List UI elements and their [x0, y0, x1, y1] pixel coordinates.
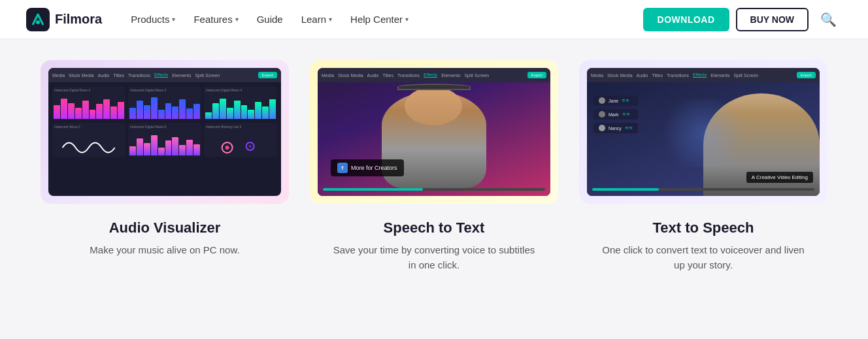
viz-grid: Iridescent Digital Wave 2 — [48, 82, 281, 161]
card-1-title: Audio Visualizer — [109, 219, 221, 236]
card-3-desc: One click to convert text to voiceover a… — [599, 243, 808, 272]
svg-rect-0 — [26, 8, 50, 31]
card-2-title: Speech to Text — [384, 219, 485, 236]
filmora-mockup-1: Media Stock Media Audio Titles Transitio… — [48, 68, 281, 196]
toolbar-item: Stock Media — [338, 73, 363, 78]
text-icon: T — [341, 166, 344, 170]
main-content: Media Stock Media Audio Titles Transitio… — [0, 39, 868, 299]
tts-view: Jane ≋≋ Mark ≋≋ Nancy ≋≋ — [587, 82, 820, 196]
toolbar-item: Audio — [637, 73, 648, 78]
toolbar-item: Stock Media — [69, 73, 94, 78]
card-text-to-speech: Media Stock Media Audio Titles Transitio… — [579, 60, 827, 272]
chevron-down-icon: ▾ — [235, 16, 239, 23]
toolbar-item-active: Effects — [424, 73, 437, 78]
mockup-toolbar-3: Media Stock Media Audio Titles Transitio… — [587, 68, 820, 82]
export-btn: Export — [258, 72, 277, 78]
toolbar-item: Elements — [710, 73, 729, 78]
tts-caption: A Creative Video Editing — [746, 172, 813, 183]
viz-bars — [205, 96, 276, 119]
card-speech-to-text: Media Stock Media Audio Titles Transitio… — [310, 60, 558, 272]
tts-wave-icon: ≋≋ — [622, 98, 629, 103]
mockup-toolbar-2: Media Stock Media Audio Titles Transitio… — [318, 68, 550, 82]
nav-item-products[interactable]: Products ▾ — [123, 8, 183, 30]
card-1-desc: Make your music alive on PC now. — [90, 243, 239, 258]
toolbar-item: Transitions — [128, 73, 150, 78]
chevron-down-icon: ▾ — [172, 16, 175, 23]
svg-point-3 — [225, 146, 229, 150]
nav-item-features[interactable]: Features ▾ — [186, 8, 246, 30]
toolbar-item: Elements — [172, 73, 191, 78]
viz-bars — [129, 96, 200, 119]
stt-icon: T — [337, 163, 348, 173]
viz-cell: Iridescent Digital Wave 6 — [128, 123, 201, 157]
viz-bars — [129, 133, 200, 155]
chevron-down-icon: ▾ — [329, 16, 332, 23]
download-button[interactable]: DOWNLOAD — [643, 8, 729, 31]
viz-bars — [54, 96, 124, 119]
tts-avatar-jane — [599, 97, 605, 104]
camera-view: T More for Creators — [318, 82, 550, 196]
logo-link[interactable]: Filmora — [26, 8, 102, 31]
toolbar-item: Audio — [367, 73, 379, 78]
tts-wave-icon: ≋≋ — [625, 125, 633, 131]
filmora-logo-icon — [26, 8, 50, 31]
nav-item-guide[interactable]: Guide — [249, 8, 291, 30]
nav-items: Products ▾ Features ▾ Guide Learn ▾ Help… — [123, 8, 643, 30]
toolbar-item: Titles — [114, 73, 124, 78]
toolbar-item: Media — [52, 73, 65, 78]
timeline-progress — [323, 188, 423, 191]
toolbar-item: Stock Media — [607, 73, 633, 78]
toolbar-item: Split Screen — [464, 73, 489, 78]
nav-item-learn[interactable]: Learn ▾ — [293, 8, 340, 30]
timeline-bar-2 — [323, 188, 545, 191]
mockup-toolbar-1: Media Stock Media Audio Titles Transitio… — [48, 68, 281, 82]
nav-actions: DOWNLOAD BUY NOW 🔍 — [643, 7, 842, 33]
toolbar-item: Audio — [98, 73, 110, 78]
tts-voice-nancy: Nancy ≋≋ — [593, 123, 638, 133]
toolbar-item: Split Screen — [195, 73, 220, 78]
nav-item-helpcenter[interactable]: Help Center ▾ — [342, 8, 416, 30]
filmora-mockup-3: Media Stock Media Audio Titles Transitio… — [587, 68, 820, 196]
card-audio-visualizer: Media Stock Media Audio Titles Transitio… — [41, 60, 289, 272]
toolbar-item: Split Screen — [733, 73, 758, 78]
viz-cell: Iridescent Digital Wave 4 — [204, 86, 277, 120]
tts-wave-icon: ≋≋ — [622, 112, 630, 117]
toolbar-item: Media — [322, 73, 334, 78]
timeline-bar-3 — [592, 188, 814, 191]
tts-ui-overlay: Jane ≋≋ Mark ≋≋ Nancy ≋≋ — [593, 95, 638, 133]
toolbar-item: Titles — [652, 73, 663, 78]
export-btn: Export — [797, 72, 816, 78]
tts-voice-jane: Jane ≋≋ — [593, 95, 638, 106]
viz-cell: Iridescent Digital Wave 3 — [128, 86, 201, 120]
svg-point-5 — [249, 145, 252, 148]
buynow-button[interactable]: BUY NOW — [736, 8, 809, 31]
toolbar-item: Elements — [441, 73, 460, 78]
toolbar-item-active: Effects — [154, 73, 168, 78]
svg-point-1 — [36, 20, 40, 24]
card-2-image: Media Stock Media Audio Titles Transitio… — [310, 60, 558, 204]
tts-avatar-nancy — [599, 125, 605, 131]
tts-avatar-mark — [599, 111, 605, 118]
logo-text: Filmora — [55, 12, 102, 27]
filmora-mockup-2: Media Stock Media Audio Titles Transitio… — [318, 68, 550, 196]
card-3-title: Text to Speech — [653, 219, 754, 236]
navbar: Filmora Products ▾ Features ▾ Guide Lear… — [0, 0, 868, 39]
toolbar-item: Transitions — [397, 73, 420, 78]
viz-cell: Iridescent Waving Line 2 — [204, 123, 277, 157]
viz-cell: Iridescent Digital Wave 2 — [52, 86, 125, 120]
toolbar-item: Transitions — [667, 73, 689, 78]
search-icon: 🔍 — [820, 12, 837, 27]
card-2-desc: Save your time by converting voice to su… — [329, 243, 539, 272]
chevron-down-icon: ▾ — [405, 16, 409, 23]
timeline-progress — [592, 188, 659, 191]
viz-cell: Iridescent Wave 2 — [52, 123, 125, 157]
export-btn: Export — [527, 72, 546, 78]
stt-overlay: T More for Creators — [331, 159, 404, 176]
tts-voice-mark: Mark ≋≋ — [593, 109, 638, 120]
stt-overlay-text: More for Creators — [351, 165, 397, 171]
toolbar-item: Media — [591, 73, 603, 78]
toolbar-item-active: Effects — [693, 73, 707, 78]
card-1-image: Media Stock Media Audio Titles Transitio… — [41, 60, 289, 204]
card-3-image: Media Stock Media Audio Titles Transitio… — [579, 60, 827, 204]
search-button[interactable]: 🔍 — [815, 7, 842, 33]
